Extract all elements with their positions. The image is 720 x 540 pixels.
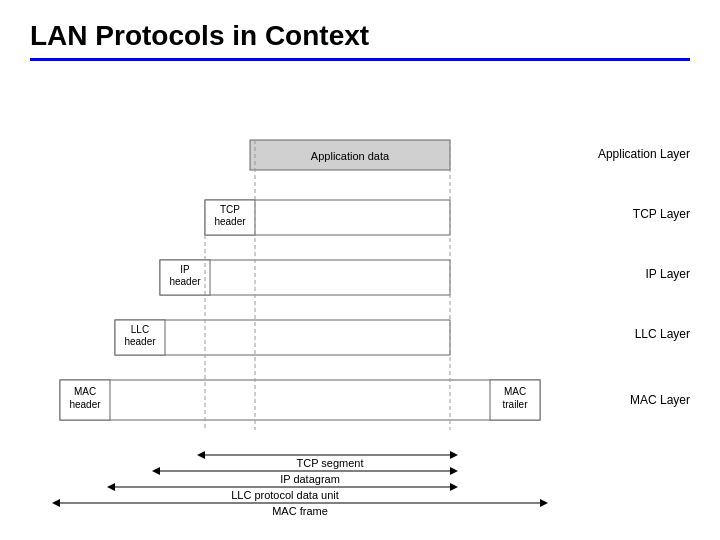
- layer-label-ip: IP Layer: [646, 267, 690, 281]
- svg-text:IP: IP: [180, 264, 190, 275]
- svg-rect-4: [60, 380, 540, 420]
- svg-text:header: header: [214, 216, 246, 227]
- layer-label-application: Application Layer: [598, 147, 690, 161]
- svg-marker-26: [450, 451, 458, 459]
- svg-marker-33: [107, 483, 115, 491]
- svg-text:MAC: MAC: [74, 386, 96, 397]
- svg-marker-38: [540, 499, 548, 507]
- svg-marker-34: [450, 483, 458, 491]
- svg-text:TCP segment: TCP segment: [296, 457, 363, 469]
- layer-label-mac: MAC Layer: [630, 393, 690, 407]
- svg-text:IP datagram: IP datagram: [280, 473, 340, 485]
- svg-text:LLC protocol data unit: LLC protocol data unit: [231, 489, 339, 501]
- diagram-area: Application Layer TCP Layer IP Layer LLC…: [30, 75, 690, 475]
- svg-marker-37: [52, 499, 60, 507]
- svg-text:header: header: [124, 336, 156, 347]
- svg-marker-30: [450, 467, 458, 475]
- svg-text:trailer: trailer: [502, 399, 528, 410]
- svg-text:MAC frame: MAC frame: [272, 505, 328, 517]
- svg-text:MAC: MAC: [504, 386, 526, 397]
- svg-marker-29: [152, 467, 160, 475]
- layer-label-tcp: TCP Layer: [633, 207, 690, 221]
- page-title: LAN Protocols in Context: [30, 20, 690, 52]
- svg-marker-25: [197, 451, 205, 459]
- svg-text:LLC: LLC: [131, 324, 149, 335]
- svg-text:header: header: [169, 276, 201, 287]
- slide: LAN Protocols in Context Application Lay…: [0, 0, 720, 540]
- title-underline: [30, 58, 690, 61]
- diagram-svg: TCP header IP header LLC header MAC head…: [30, 75, 590, 455]
- layer-label-llc: LLC Layer: [635, 327, 690, 341]
- svg-text:TCP: TCP: [220, 204, 240, 215]
- svg-text:Application data: Application data: [311, 150, 390, 162]
- svg-text:header: header: [69, 399, 101, 410]
